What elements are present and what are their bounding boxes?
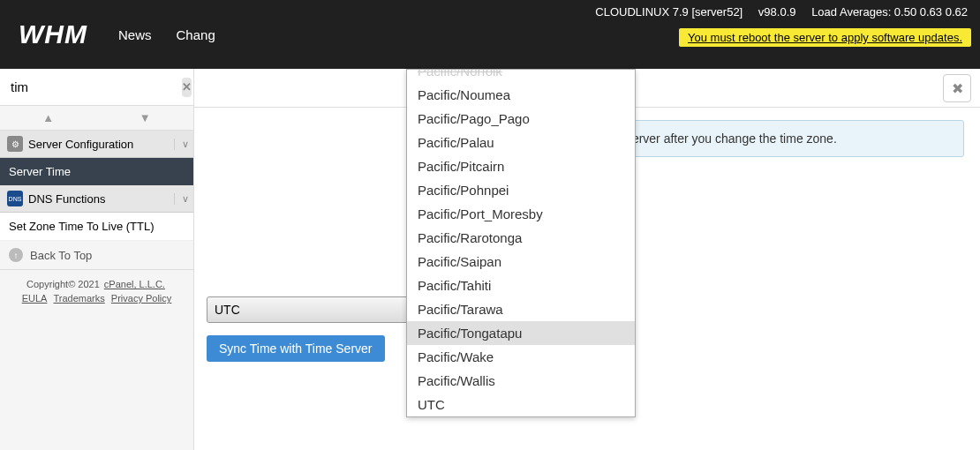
- copyright: Copyright© 2021: [26, 279, 102, 289]
- top-bar: WHM News Chang CLOUDLINUX 7.9 [server52]…: [0, 0, 980, 69]
- sidebar-item-set-zone-ttl[interactable]: Set Zone Time To Live (TTL): [0, 213, 193, 241]
- reboot-warning[interactable]: You must reboot the server to apply soft…: [679, 28, 971, 47]
- dns-icon: DNS: [7, 191, 23, 206]
- cpanel-link[interactable]: cPanel, L.L.C.: [104, 279, 165, 289]
- timezone-select[interactable]: UTC: [207, 296, 436, 323]
- clear-search-icon[interactable]: ✕: [182, 78, 192, 97]
- timezone-option[interactable]: Pacific/Palau: [407, 131, 635, 154]
- timezone-option[interactable]: Pacific/Wallis: [407, 369, 635, 393]
- version-label: v98.0.9: [758, 5, 796, 19]
- timezone-dropdown[interactable]: Pacific/Norfolk Pacific/Noumea Pacific/P…: [406, 69, 636, 417]
- arrow-up-icon: ↑: [9, 248, 23, 262]
- wrench-icon: ⚙: [7, 136, 23, 152]
- sidebar-item-server-time[interactable]: Server Time: [0, 158, 193, 185]
- sidebar: ✕ ⇤ ▲ ▼ ⚙ Server Configuration ∨ Server …: [0, 69, 194, 450]
- collapse-controls: ▲ ▼: [0, 106, 193, 131]
- expand-all-icon[interactable]: ▼: [97, 106, 194, 130]
- chevron-down-icon: ∨: [174, 193, 190, 205]
- timezone-option[interactable]: Pacific/Saipan: [407, 250, 635, 274]
- server-info: CLOUDLINUX 7.9 [server52] v98.0.9 Load A…: [583, 5, 968, 19]
- timezone-option[interactable]: Pacific/Pago_Pago: [407, 107, 635, 131]
- back-to-top[interactable]: ↑ Back To Top: [0, 241, 193, 270]
- os-label: CLOUDLINUX 7.9 [server52]: [595, 5, 743, 19]
- main-content: r Time ? ✖ recommend that you reboot the…: [194, 69, 980, 450]
- timezone-option[interactable]: Pacific/Tarawa: [407, 297, 635, 321]
- nav-news[interactable]: News: [106, 27, 164, 42]
- chevron-down-icon: ∨: [174, 139, 190, 150]
- nav-changelog[interactable]: Chang: [164, 27, 228, 42]
- load-avg-label: Load Averages: 0.50 0.63 0.62: [811, 5, 968, 19]
- search-row: ✕ ⇤: [0, 69, 193, 106]
- timezone-option[interactable]: Pacific/Pohnpei: [407, 178, 635, 202]
- group-label: Server Configuration: [28, 138, 133, 151]
- eula-link[interactable]: EULA: [22, 293, 48, 304]
- timezone-option[interactable]: Pacific/Noumea: [407, 83, 635, 107]
- timezone-option[interactable]: Pacific/Norfolk: [407, 69, 635, 83]
- timezone-option-highlighted[interactable]: Pacific/Tongatapu: [407, 321, 635, 345]
- group-server-configuration[interactable]: ⚙ Server Configuration ∨: [0, 131, 193, 158]
- group-dns-functions[interactable]: DNS DNS Functions ∨: [0, 185, 193, 213]
- top-nav: News Chang: [106, 0, 228, 69]
- timezone-option[interactable]: UTC: [407, 393, 635, 416]
- timezone-option[interactable]: Pacific/Pitcairn: [407, 154, 635, 178]
- search-input[interactable]: [7, 76, 182, 98]
- sidebar-footer: Copyright© 2021 cPanel, L.L.C. EULA Trad…: [0, 270, 193, 312]
- privacy-link[interactable]: Privacy Policy: [111, 293, 171, 304]
- timezone-option[interactable]: Pacific/Port_Moresby: [407, 202, 635, 226]
- group-label: DNS Functions: [28, 192, 105, 206]
- timezone-option[interactable]: Pacific/Rarotonga: [407, 226, 635, 250]
- timezone-option[interactable]: Pacific/Tahiti: [407, 274, 635, 297]
- timezone-selected-value: UTC: [215, 303, 240, 317]
- back-to-top-label: Back To Top: [30, 249, 92, 262]
- sync-time-button[interactable]: Sync Time with Time Server: [207, 335, 385, 362]
- collapse-all-icon[interactable]: ▲: [0, 106, 97, 130]
- trademarks-link[interactable]: Trademarks: [54, 293, 105, 304]
- whm-logo[interactable]: WHM: [0, 0, 106, 69]
- close-button[interactable]: ✖: [943, 74, 971, 102]
- timezone-option[interactable]: Pacific/Wake: [407, 345, 635, 369]
